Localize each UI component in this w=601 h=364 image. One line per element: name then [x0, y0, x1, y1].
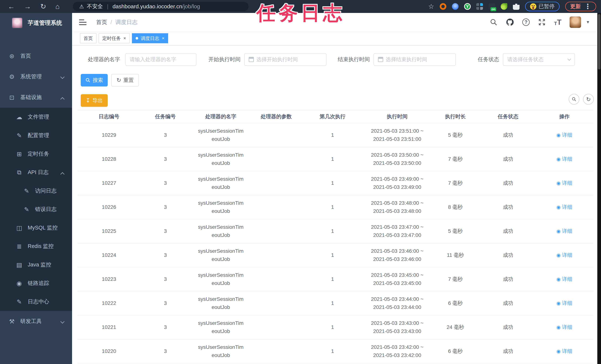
log-center-icon: ✎ [15, 298, 23, 305]
extension-leaf-icon[interactable] [501, 3, 507, 10]
table-row: 102233sysUserSessionTimeoutJob12021-05-0… [78, 267, 593, 291]
search-icon[interactable] [490, 18, 498, 26]
avatar[interactable] [570, 16, 581, 28]
hamburger-icon[interactable] [79, 20, 86, 25]
column-header: 任务编号 [140, 110, 190, 123]
detail-link[interactable]: ◉详细 [556, 347, 572, 355]
reload-icon[interactable]: ↻ [40, 3, 46, 10]
fullscreen-icon[interactable] [538, 18, 546, 26]
sidebar-item[interactable]: ≣Redis 监控 [0, 237, 72, 255]
export-button[interactable]: ↧ 导出 [81, 94, 108, 107]
calendar-icon [249, 57, 254, 62]
home-icon[interactable]: ⌂ [55, 3, 60, 10]
toggle-search-button[interactable] [569, 94, 579, 105]
cell-action: ◉详细 [536, 171, 593, 195]
extension-y-icon[interactable] [464, 3, 471, 10]
extension-grid-icon[interactable] [476, 3, 483, 10]
filter-form: 处理器的名字 开始执行时间 结束执行时间 任务状态 请选择任务状态 [72, 53, 597, 66]
extension-on-icon[interactable]: on [489, 3, 495, 10]
chevron-up-icon [60, 97, 65, 101]
cell-action: ◉详细 [536, 219, 593, 243]
task-status-select[interactable]: 请选择任务状态 [503, 53, 575, 66]
extension-puzzle-icon[interactable] [513, 3, 520, 10]
extension-ring-icon[interactable] [440, 3, 446, 10]
breadcrumb-home[interactable]: 首页 [96, 19, 107, 26]
sidebar-item[interactable]: ✎配置管理 [0, 126, 72, 145]
refresh-table-button[interactable]: ↻ [583, 94, 594, 105]
detail-link[interactable]: ◉详细 [556, 131, 572, 139]
sidebar-item[interactable]: ⊡基础设施 [0, 87, 72, 108]
table-row: 102253sysUserSessionTimeoutJob12021-05-0… [78, 219, 593, 243]
cell-handler-name: sysUserSessionTimeoutJob [190, 123, 251, 147]
paused-badge[interactable]: 已暂停 [525, 2, 560, 11]
sidebar-item[interactable]: ✎访问日志 [0, 182, 72, 200]
cell-exec-index: 1 [301, 171, 364, 195]
address-bar[interactable]: ⚠ 不安全 | dashboard.yudao.iocoder.cn/job/l… [73, 2, 249, 11]
scrollbar-thumb[interactable] [598, 14, 601, 70]
cell-handler-param [251, 219, 301, 243]
chevron-down-icon[interactable]: ▼ [586, 20, 590, 25]
dashboard-icon: ⊛ [8, 52, 16, 60]
close-icon[interactable]: × [123, 36, 126, 41]
sidebar-item-label: MySQL 监控 [28, 224, 58, 232]
forward-icon[interactable]: → [24, 3, 31, 10]
view-icon: ◉ [556, 227, 561, 235]
detail-link[interactable]: ◉详细 [556, 251, 572, 259]
update-button[interactable]: 更新 ⋮ [565, 2, 596, 11]
logo-row[interactable]: 芋道管理系统 [0, 13, 72, 33]
browser-menu-icon[interactable]: ⋮ [584, 2, 591, 10]
cell-action: ◉详细 [536, 291, 593, 315]
table-row: 102203sysUserSessionTimeoutJob12021-05-0… [78, 339, 593, 363]
back-icon[interactable]: ← [8, 3, 15, 10]
tab-schedule-log[interactable]: 调度日志 × [132, 33, 168, 43]
sidebar-item[interactable]: ✎日志中心 [0, 293, 72, 311]
sidebar-item[interactable]: ⚒研发工具 [0, 311, 72, 332]
tab-home[interactable]: 首页 [80, 33, 96, 43]
table-row: 102213sysUserSessionTimeoutJob12021-05-0… [78, 315, 593, 339]
sidebar-item[interactable]: ◫MySQL 监控 [0, 219, 72, 237]
tab-timed-task[interactable]: 定时任务 × [99, 33, 130, 43]
detail-link[interactable]: ◉详细 [556, 179, 572, 187]
tab-label: 调度日志 [141, 35, 159, 41]
search-button[interactable]: 搜索 [81, 74, 108, 86]
cell-handler-name: sysUserSessionTimeoutJob [190, 195, 251, 219]
main-area: 首页 / 调度日志 ? TT ▼ 首页 定时任务 × [72, 13, 597, 364]
handler-name-input[interactable] [130, 57, 192, 62]
reset-button[interactable]: ↻ 重置 [111, 74, 139, 86]
download-icon: ↧ [86, 98, 90, 103]
sidebar-item[interactable]: ⧉API 日志 [0, 163, 72, 182]
cell-log-id: 10229 [78, 123, 140, 147]
detail-link[interactable]: ◉详细 [556, 299, 572, 307]
bookmark-star-icon[interactable]: ☆ [428, 3, 434, 10]
cell-exec-time: 2021-05-03 23:51:00 ~2021-05-03 23:51:00 [364, 123, 431, 147]
sidebar-item[interactable]: ⊞定时任务 [0, 145, 72, 163]
cell-exec-index: 1 [301, 219, 364, 243]
sidebar-item[interactable]: ⊛首页 [0, 46, 72, 66]
cell-status: 成功 [480, 147, 536, 171]
font-size-icon[interactable]: TT [554, 18, 561, 26]
cell-duration: 11 毫秒 [431, 243, 480, 267]
detail-link[interactable]: ◉详细 [556, 155, 572, 163]
start-time-input[interactable] [256, 57, 322, 62]
detail-link[interactable]: ◉详细 [556, 203, 572, 211]
extension-bulb-icon[interactable] [452, 3, 459, 10]
column-header: 操作 [536, 110, 593, 123]
detail-link[interactable]: ◉详细 [556, 323, 572, 331]
detail-link[interactable]: ◉详细 [556, 275, 572, 283]
end-time-input[interactable] [386, 57, 451, 62]
detail-link[interactable]: ◉详细 [556, 227, 572, 235]
sidebar-item[interactable]: ◉链路追踪 [0, 274, 72, 293]
cell-action: ◉详细 [536, 147, 593, 171]
sidebar-item[interactable]: ⚙系统管理 [0, 66, 72, 87]
sidebar-item[interactable]: ✎错误日志 [0, 200, 72, 219]
sidebar-item[interactable]: ▤Java 监控 [0, 255, 72, 274]
sidebar-item[interactable]: ☁文件管理 [0, 108, 72, 126]
github-icon[interactable] [506, 18, 514, 26]
cell-exec-index: 1 [301, 339, 364, 363]
tab-label: 首页 [83, 35, 93, 41]
cell-log-id: 10227 [78, 171, 140, 195]
help-icon[interactable]: ? [522, 19, 530, 26]
close-icon[interactable]: × [162, 36, 164, 41]
page-scrollbar[interactable] [597, 13, 601, 364]
view-icon: ◉ [556, 155, 561, 163]
